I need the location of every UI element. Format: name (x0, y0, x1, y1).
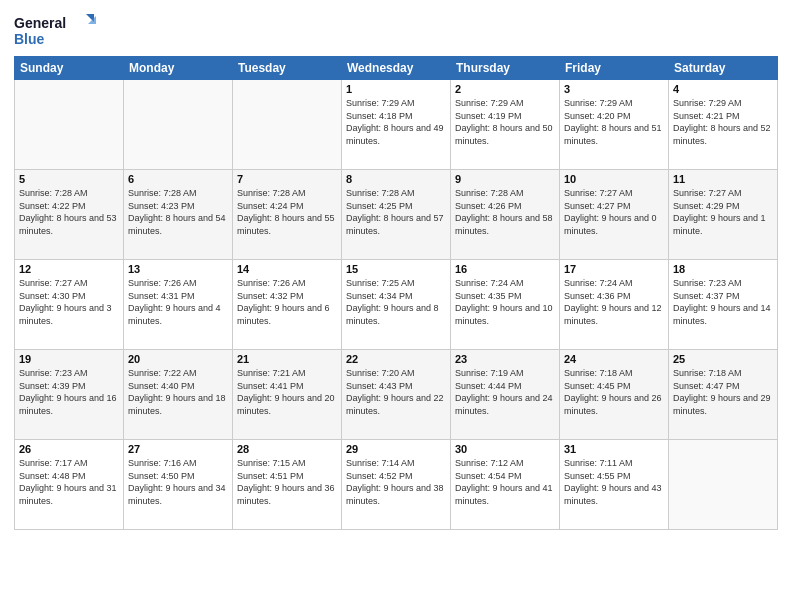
day-cell: 21Sunrise: 7:21 AM Sunset: 4:41 PM Dayli… (233, 350, 342, 440)
week-row-3: 12Sunrise: 7:27 AM Sunset: 4:30 PM Dayli… (15, 260, 778, 350)
day-number: 10 (564, 173, 664, 185)
day-cell: 18Sunrise: 7:23 AM Sunset: 4:37 PM Dayli… (669, 260, 778, 350)
day-detail: Sunrise: 7:29 AM Sunset: 4:18 PM Dayligh… (346, 97, 446, 147)
day-detail: Sunrise: 7:19 AM Sunset: 4:44 PM Dayligh… (455, 367, 555, 417)
column-header-monday: Monday (124, 57, 233, 80)
column-header-wednesday: Wednesday (342, 57, 451, 80)
day-number: 21 (237, 353, 337, 365)
day-detail: Sunrise: 7:18 AM Sunset: 4:45 PM Dayligh… (564, 367, 664, 417)
day-number: 8 (346, 173, 446, 185)
day-number: 3 (564, 83, 664, 95)
logo-svg: General Blue (14, 10, 104, 50)
day-cell: 22Sunrise: 7:20 AM Sunset: 4:43 PM Dayli… (342, 350, 451, 440)
day-cell: 19Sunrise: 7:23 AM Sunset: 4:39 PM Dayli… (15, 350, 124, 440)
svg-text:General: General (14, 15, 66, 31)
day-detail: Sunrise: 7:27 AM Sunset: 4:29 PM Dayligh… (673, 187, 773, 237)
day-detail: Sunrise: 7:25 AM Sunset: 4:34 PM Dayligh… (346, 277, 446, 327)
week-row-2: 5Sunrise: 7:28 AM Sunset: 4:22 PM Daylig… (15, 170, 778, 260)
day-detail: Sunrise: 7:28 AM Sunset: 4:22 PM Dayligh… (19, 187, 119, 237)
day-cell: 5Sunrise: 7:28 AM Sunset: 4:22 PM Daylig… (15, 170, 124, 260)
column-header-tuesday: Tuesday (233, 57, 342, 80)
day-number: 9 (455, 173, 555, 185)
calendar-table: SundayMondayTuesdayWednesdayThursdayFrid… (14, 56, 778, 530)
header: General Blue (14, 10, 778, 50)
day-cell (124, 80, 233, 170)
day-cell: 10Sunrise: 7:27 AM Sunset: 4:27 PM Dayli… (560, 170, 669, 260)
day-detail: Sunrise: 7:16 AM Sunset: 4:50 PM Dayligh… (128, 457, 228, 507)
day-number: 26 (19, 443, 119, 455)
day-cell (233, 80, 342, 170)
day-detail: Sunrise: 7:29 AM Sunset: 4:19 PM Dayligh… (455, 97, 555, 147)
day-cell: 20Sunrise: 7:22 AM Sunset: 4:40 PM Dayli… (124, 350, 233, 440)
column-header-saturday: Saturday (669, 57, 778, 80)
day-cell: 3Sunrise: 7:29 AM Sunset: 4:20 PM Daylig… (560, 80, 669, 170)
column-header-thursday: Thursday (451, 57, 560, 80)
day-number: 1 (346, 83, 446, 95)
day-detail: Sunrise: 7:15 AM Sunset: 4:51 PM Dayligh… (237, 457, 337, 507)
day-number: 15 (346, 263, 446, 275)
day-number: 27 (128, 443, 228, 455)
svg-text:Blue: Blue (14, 31, 45, 47)
header-row: SundayMondayTuesdayWednesdayThursdayFrid… (15, 57, 778, 80)
day-cell: 24Sunrise: 7:18 AM Sunset: 4:45 PM Dayli… (560, 350, 669, 440)
day-cell: 14Sunrise: 7:26 AM Sunset: 4:32 PM Dayli… (233, 260, 342, 350)
day-number: 25 (673, 353, 773, 365)
day-detail: Sunrise: 7:20 AM Sunset: 4:43 PM Dayligh… (346, 367, 446, 417)
day-detail: Sunrise: 7:11 AM Sunset: 4:55 PM Dayligh… (564, 457, 664, 507)
day-number: 28 (237, 443, 337, 455)
day-detail: Sunrise: 7:24 AM Sunset: 4:35 PM Dayligh… (455, 277, 555, 327)
day-detail: Sunrise: 7:28 AM Sunset: 4:26 PM Dayligh… (455, 187, 555, 237)
day-cell: 28Sunrise: 7:15 AM Sunset: 4:51 PM Dayli… (233, 440, 342, 530)
day-cell: 4Sunrise: 7:29 AM Sunset: 4:21 PM Daylig… (669, 80, 778, 170)
day-detail: Sunrise: 7:18 AM Sunset: 4:47 PM Dayligh… (673, 367, 773, 417)
week-row-1: 1Sunrise: 7:29 AM Sunset: 4:18 PM Daylig… (15, 80, 778, 170)
day-number: 4 (673, 83, 773, 95)
day-detail: Sunrise: 7:27 AM Sunset: 4:30 PM Dayligh… (19, 277, 119, 327)
day-number: 5 (19, 173, 119, 185)
day-cell: 6Sunrise: 7:28 AM Sunset: 4:23 PM Daylig… (124, 170, 233, 260)
day-number: 30 (455, 443, 555, 455)
day-cell: 1Sunrise: 7:29 AM Sunset: 4:18 PM Daylig… (342, 80, 451, 170)
day-detail: Sunrise: 7:29 AM Sunset: 4:21 PM Dayligh… (673, 97, 773, 147)
day-number: 16 (455, 263, 555, 275)
day-cell: 29Sunrise: 7:14 AM Sunset: 4:52 PM Dayli… (342, 440, 451, 530)
calendar-page: General Blue SundayMondayTuesdayWednesda… (0, 0, 792, 612)
logo-container: General Blue (14, 10, 104, 50)
day-detail: Sunrise: 7:28 AM Sunset: 4:25 PM Dayligh… (346, 187, 446, 237)
day-detail: Sunrise: 7:17 AM Sunset: 4:48 PM Dayligh… (19, 457, 119, 507)
day-cell (15, 80, 124, 170)
day-cell: 12Sunrise: 7:27 AM Sunset: 4:30 PM Dayli… (15, 260, 124, 350)
day-detail: Sunrise: 7:22 AM Sunset: 4:40 PM Dayligh… (128, 367, 228, 417)
day-cell: 27Sunrise: 7:16 AM Sunset: 4:50 PM Dayli… (124, 440, 233, 530)
column-header-sunday: Sunday (15, 57, 124, 80)
day-number: 2 (455, 83, 555, 95)
day-detail: Sunrise: 7:26 AM Sunset: 4:31 PM Dayligh… (128, 277, 228, 327)
day-detail: Sunrise: 7:23 AM Sunset: 4:39 PM Dayligh… (19, 367, 119, 417)
day-detail: Sunrise: 7:26 AM Sunset: 4:32 PM Dayligh… (237, 277, 337, 327)
day-cell (669, 440, 778, 530)
day-detail: Sunrise: 7:28 AM Sunset: 4:24 PM Dayligh… (237, 187, 337, 237)
day-detail: Sunrise: 7:29 AM Sunset: 4:20 PM Dayligh… (564, 97, 664, 147)
day-detail: Sunrise: 7:27 AM Sunset: 4:27 PM Dayligh… (564, 187, 664, 237)
day-detail: Sunrise: 7:28 AM Sunset: 4:23 PM Dayligh… (128, 187, 228, 237)
week-row-5: 26Sunrise: 7:17 AM Sunset: 4:48 PM Dayli… (15, 440, 778, 530)
day-detail: Sunrise: 7:14 AM Sunset: 4:52 PM Dayligh… (346, 457, 446, 507)
day-number: 24 (564, 353, 664, 365)
day-cell: 26Sunrise: 7:17 AM Sunset: 4:48 PM Dayli… (15, 440, 124, 530)
day-detail: Sunrise: 7:23 AM Sunset: 4:37 PM Dayligh… (673, 277, 773, 327)
day-cell: 31Sunrise: 7:11 AM Sunset: 4:55 PM Dayli… (560, 440, 669, 530)
day-number: 29 (346, 443, 446, 455)
day-detail: Sunrise: 7:12 AM Sunset: 4:54 PM Dayligh… (455, 457, 555, 507)
day-cell: 11Sunrise: 7:27 AM Sunset: 4:29 PM Dayli… (669, 170, 778, 260)
day-number: 12 (19, 263, 119, 275)
day-cell: 13Sunrise: 7:26 AM Sunset: 4:31 PM Dayli… (124, 260, 233, 350)
week-row-4: 19Sunrise: 7:23 AM Sunset: 4:39 PM Dayli… (15, 350, 778, 440)
day-number: 19 (19, 353, 119, 365)
column-header-friday: Friday (560, 57, 669, 80)
day-cell: 25Sunrise: 7:18 AM Sunset: 4:47 PM Dayli… (669, 350, 778, 440)
day-cell: 30Sunrise: 7:12 AM Sunset: 4:54 PM Dayli… (451, 440, 560, 530)
day-number: 14 (237, 263, 337, 275)
day-number: 18 (673, 263, 773, 275)
day-number: 11 (673, 173, 773, 185)
day-number: 17 (564, 263, 664, 275)
